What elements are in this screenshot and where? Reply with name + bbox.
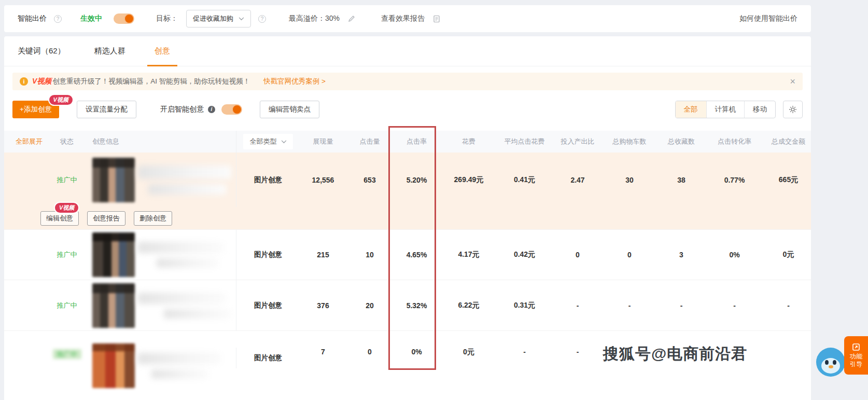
row-action-bar: 编辑创意 V视频 创意报告 删除创意 (4, 207, 811, 229)
info-icon: i (20, 77, 28, 86)
cell-cost: 4.17元 (440, 250, 497, 259)
tab-audience[interactable]: 精选人群 (94, 36, 125, 66)
device-tab-all[interactable]: 全部 (676, 101, 706, 118)
tab-creative[interactable]: 创意 (155, 36, 170, 66)
cell-clicks: 20 (346, 301, 393, 310)
cell-ctr: 5.20% (393, 176, 440, 184)
cell-roi: - (552, 348, 604, 356)
report-doc-icon (433, 15, 440, 23)
expand-all-link[interactable]: 全部展开 (4, 137, 47, 146)
cell-cvr: 0% (707, 251, 762, 259)
col-type-filter: 全部类型 (236, 131, 300, 153)
col-status: 状态 (47, 137, 87, 146)
cell-roi: 0 (552, 251, 604, 259)
table-row[interactable]: 推广中 图片创意 215 10 4.65% 4.17元 0.42元 0 0 3 … (4, 229, 811, 280)
creative-type: 图片创意 (236, 230, 300, 280)
cell-favorites: - (655, 301, 707, 310)
gear-icon (788, 105, 797, 114)
cell-gmv: 665元 (762, 175, 811, 185)
goal-label: 目标： (156, 14, 178, 23)
col-clicks: 点击量 (346, 137, 393, 146)
cell-avg-cpc: 0.41元 (497, 175, 552, 185)
smart-bid-bar: 智能出价 ? 生效中 目标： 促进收藏加购 ? 最高溢价：30% 查看效果报告 … (4, 5, 811, 32)
chevron-down-icon (239, 17, 244, 21)
type-filter-dropdown[interactable]: 全部类型 (243, 134, 293, 149)
cell-avg-cpc: - (497, 348, 552, 356)
table-row[interactable]: 推广中 图片创意 12,556 653 5.20% 269.49元 0.41元 (4, 153, 811, 207)
cell-favorites: 38 (655, 176, 707, 184)
cell-roi: 2.47 (552, 176, 604, 184)
col-cvr: 点击转化率 (707, 137, 762, 146)
chevron-down-icon (281, 140, 287, 144)
cell-cvr: 0.77% (707, 176, 762, 184)
table-row[interactable]: 推广中 图片创意 7 0 0% 0元 - - - (4, 331, 811, 400)
creative-thumbnail (92, 343, 135, 388)
cell-carts: 0 (604, 251, 655, 259)
cell-cvr: - (707, 301, 762, 310)
info-icon[interactable]: i (208, 106, 215, 113)
traffic-allocation-button[interactable]: 设置流量分配 (77, 101, 136, 118)
creative-report-button[interactable]: 创意报告 (87, 211, 125, 226)
table-header-row: 全部展开 状态 创意信息 全部类型 展现量 点击量 点击率 花费 平均点击花费 … (4, 131, 811, 153)
question-icon[interactable]: ? (258, 15, 266, 23)
cell-avg-cpc: 0.31元 (497, 301, 552, 310)
cell-impressions: 376 (300, 301, 346, 310)
smart-bid-toggle[interactable] (114, 13, 134, 24)
cell-ctr: 0% (393, 348, 440, 356)
col-info: 创意信息 (87, 137, 236, 146)
cell-clicks: 653 (346, 176, 393, 184)
smart-creative-group: 开启智能创意 i (160, 104, 242, 115)
col-ctr: 点击率 (393, 137, 440, 146)
close-icon[interactable]: × (790, 77, 795, 86)
marketing-point-button[interactable]: 编辑营销卖点 (260, 101, 319, 118)
device-tab-mobile[interactable]: 移动 (744, 101, 775, 118)
creative-thumbnail (92, 158, 135, 202)
cell-gmv: - (762, 301, 811, 310)
cell-carts: - (604, 301, 655, 310)
cell-carts: 30 (604, 176, 655, 184)
cell-ctr: 5.32% (393, 301, 440, 310)
col-favorites: 总收藏数 (655, 137, 707, 146)
guide-icon (852, 343, 860, 351)
banner-case-link[interactable]: 快戳官网优秀案例 > (263, 77, 326, 86)
cell-impressions: 7 (300, 348, 346, 356)
smart-creative-toggle[interactable] (221, 104, 242, 115)
tab-keywords[interactable]: 关键词（62） (18, 36, 65, 66)
status-badge: 推广中 (53, 349, 81, 359)
delete-creative-button[interactable]: 删除创意 (134, 211, 172, 226)
creative-info-cell (87, 283, 236, 328)
cell-cost: 6.22元 (440, 301, 497, 310)
bid-status-label: 生效中 (80, 14, 102, 23)
edit-pencil-icon[interactable] (348, 15, 355, 22)
v-video-badge: V视频 (54, 202, 79, 214)
cell-clicks: 0 (346, 348, 393, 356)
table-row[interactable]: 推广中 图片创意 376 20 5.32% 6.22元 0.31元 - - - … (4, 280, 811, 331)
creative-thumbnail (92, 283, 135, 328)
status-badge: 推广中 (57, 251, 77, 258)
column-settings-button[interactable] (783, 101, 803, 118)
help-link[interactable]: 如何使用智能出价 (739, 14, 797, 23)
question-icon[interactable]: ? (54, 15, 62, 23)
col-impressions: 展现量 (300, 137, 346, 146)
cell-cost: 269.49元 (440, 175, 497, 185)
table-row-group: 推广中 图片创意 12,556 653 5.20% 269.49元 0.41元 (4, 153, 811, 229)
add-creative-button[interactable]: +添加创意 V视频 (12, 101, 59, 118)
goal-select-value: 促进收藏加购 (193, 14, 233, 23)
tab-bar: 关键词（62） 精选人群 创意 (4, 36, 811, 66)
blurred-creative-text (138, 353, 221, 379)
cell-ctr: 4.65% (393, 251, 440, 259)
effect-report-link[interactable]: 查看效果报告 (381, 14, 425, 23)
device-tab-pc[interactable]: 计算机 (706, 101, 745, 118)
watermark-text: 搜狐号@电商前沿君 (603, 343, 747, 365)
guide-label: 功能引导 (849, 353, 863, 368)
feature-guide-button[interactable]: 功能引导 (844, 336, 868, 375)
cell-gmv: 0元 (762, 250, 811, 259)
status-badge: 推广中 (57, 301, 77, 309)
col-roi: 投入产出比 (552, 137, 604, 146)
col-carts: 总购物车数 (604, 137, 655, 146)
cell-impressions: 12,556 (300, 176, 346, 184)
creative-type: 图片创意 (236, 348, 300, 368)
creative-thumbnail (92, 232, 135, 277)
goal-select[interactable]: 促进收藏加购 (186, 10, 251, 27)
add-creative-label: +添加创意 (20, 105, 52, 113)
